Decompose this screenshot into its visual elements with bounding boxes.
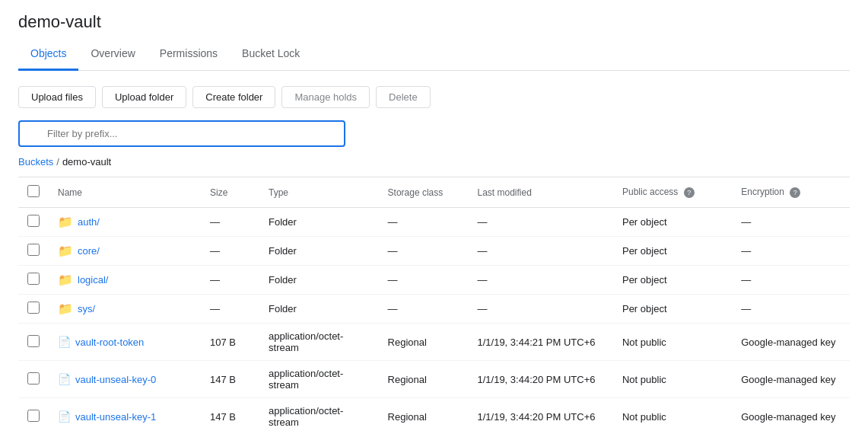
cell-size: — [201, 208, 259, 237]
toolbar: Upload files Upload folder Create folder… [18, 86, 850, 108]
file-name-wrapper: 📁 core/ [58, 244, 192, 258]
file-link[interactable]: vault-root-token [75, 337, 144, 348]
cell-modified: 1/1/19, 3:44:20 PM UTC+6 [468, 398, 613, 435]
row-checkbox-5[interactable] [27, 372, 40, 385]
create-folder-button[interactable]: Create folder [192, 86, 275, 108]
cell-size: — [201, 295, 259, 324]
cell-modified: — [468, 295, 613, 324]
cell-public: Per object [613, 295, 732, 324]
file-link[interactable]: logical/ [78, 274, 108, 286]
folder-icon: 📁 [58, 302, 73, 316]
row-checkbox-cell [18, 237, 49, 266]
col-header-encryption: Encryption ? [732, 177, 850, 208]
cell-type: Folder [259, 208, 379, 237]
public-access-help-icon[interactable]: ? [684, 187, 695, 198]
breadcrumb-buckets-link[interactable]: Buckets [18, 156, 53, 168]
cell-storage: — [379, 237, 469, 266]
row-checkbox-cell [18, 324, 49, 361]
row-checkbox-cell [18, 361, 49, 398]
cell-size: 107 B [201, 324, 259, 361]
app-container: demo-vault Objects Overview Permissions … [0, 0, 868, 434]
upload-folder-button[interactable]: Upload folder [102, 86, 186, 108]
cell-size: 147 B [201, 361, 259, 398]
row-checkbox-4[interactable] [27, 335, 40, 347]
breadcrumb: Buckets / demo-vault [18, 156, 850, 168]
cell-name: 📁 core/ [49, 237, 201, 266]
cell-storage: — [379, 295, 469, 324]
cell-name: 📄 vault-root-token [49, 324, 201, 361]
filter-wrapper: 🔍 [18, 120, 345, 147]
cell-encryption: Google-managed key [732, 398, 850, 435]
table-row: 📁 core/ — Folder — — Per object — [18, 237, 850, 266]
col-header-name: Name [49, 177, 201, 208]
cell-storage: Regional [379, 324, 469, 361]
row-checkbox-cell [18, 295, 49, 324]
file-link[interactable]: vault-unseal-key-0 [75, 374, 156, 385]
file-link[interactable]: core/ [78, 245, 100, 257]
file-link[interactable]: auth/ [78, 216, 100, 228]
cell-storage: Regional [379, 398, 469, 435]
cell-type: Folder [259, 237, 379, 266]
col-header-public: Public access ? [613, 177, 732, 208]
cell-encryption: — [732, 266, 850, 295]
cell-modified: 1/1/19, 3:44:21 PM UTC+6 [468, 324, 613, 361]
file-link[interactable]: vault-unseal-key-1 [75, 411, 156, 423]
row-checkbox-1[interactable] [27, 244, 40, 256]
cell-encryption: — [732, 237, 850, 266]
row-checkbox-3[interactable] [27, 302, 40, 314]
cell-type: Folder [259, 295, 379, 324]
row-checkbox-0[interactable] [27, 215, 40, 227]
cell-type: application/octet-stream [259, 398, 379, 435]
file-name-wrapper: 📄 vault-unseal-key-0 [58, 373, 192, 385]
cell-modified: — [468, 266, 613, 295]
file-name-wrapper: 📄 vault-unseal-key-1 [58, 410, 192, 423]
cell-name: 📁 logical/ [49, 266, 201, 295]
row-checkbox-2[interactable] [27, 273, 40, 285]
filter-input[interactable] [18, 120, 345, 147]
table-header-row: Name Size Type Storage class Last modifi… [18, 177, 850, 208]
breadcrumb-separator: / [56, 156, 59, 168]
folder-icon: 📁 [58, 244, 73, 258]
cell-modified: — [468, 208, 613, 237]
row-checkbox-cell [18, 266, 49, 295]
cell-public: Per object [613, 237, 732, 266]
encryption-help-icon[interactable]: ? [790, 187, 800, 198]
cell-name: 📄 vault-unseal-key-1 [49, 398, 201, 435]
cell-public: Not public [613, 398, 732, 435]
tab-overview[interactable]: Overview [78, 38, 147, 71]
col-header-storage: Storage class [379, 177, 469, 208]
cell-encryption: Google-managed key [732, 361, 850, 398]
col-header-size: Size [201, 177, 259, 208]
filter-bar: 🔍 [18, 120, 850, 147]
cell-type: application/octet-stream [259, 324, 379, 361]
file-icon: 📄 [58, 373, 71, 385]
row-checkbox-cell [18, 208, 49, 237]
cell-name: 📁 auth/ [49, 208, 201, 237]
cell-storage: Regional [379, 361, 469, 398]
cell-encryption: — [732, 295, 850, 324]
tab-objects[interactable]: Objects [18, 38, 78, 71]
cell-public: Not public [613, 361, 732, 398]
col-header-type: Type [259, 177, 379, 208]
breadcrumb-current: demo-vault [62, 156, 111, 168]
tab-bucket-lock[interactable]: Bucket Lock [230, 38, 312, 71]
table-row: 📁 logical/ — Folder — — Per object — [18, 266, 850, 295]
file-link[interactable]: sys/ [78, 303, 95, 314]
page-title: demo-vault [18, 12, 850, 32]
cell-public: Per object [613, 208, 732, 237]
tab-permissions[interactable]: Permissions [148, 38, 230, 71]
cell-modified: — [468, 237, 613, 266]
cell-storage: — [379, 208, 469, 237]
select-all-checkbox[interactable] [27, 185, 40, 197]
cell-size: 147 B [201, 398, 259, 435]
file-name-wrapper: 📁 auth/ [58, 215, 192, 229]
table-row: 📁 auth/ — Folder — — Per object — [18, 208, 850, 237]
table-row: 📄 vault-root-token 107 B application/oct… [18, 324, 850, 361]
cell-encryption: Google-managed key [732, 324, 850, 361]
file-icon: 📄 [58, 336, 71, 348]
row-checkbox-6[interactable] [27, 410, 40, 422]
table-row: 📁 sys/ — Folder — — Per object — [18, 295, 850, 324]
upload-files-button[interactable]: Upload files [18, 86, 96, 108]
table-row: 📄 vault-unseal-key-0 147 B application/o… [18, 361, 850, 398]
folder-icon: 📁 [58, 215, 73, 229]
